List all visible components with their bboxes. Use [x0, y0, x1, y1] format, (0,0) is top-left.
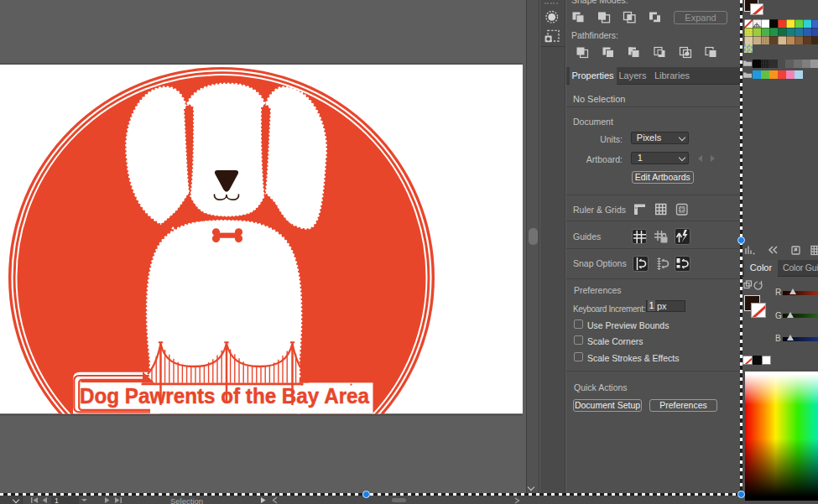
- svg-text:1: 1: [55, 496, 59, 504]
- svg-text:Dog Pawrents of the Bay Area: Dog Pawrents of the Bay Area: [80, 384, 370, 408]
